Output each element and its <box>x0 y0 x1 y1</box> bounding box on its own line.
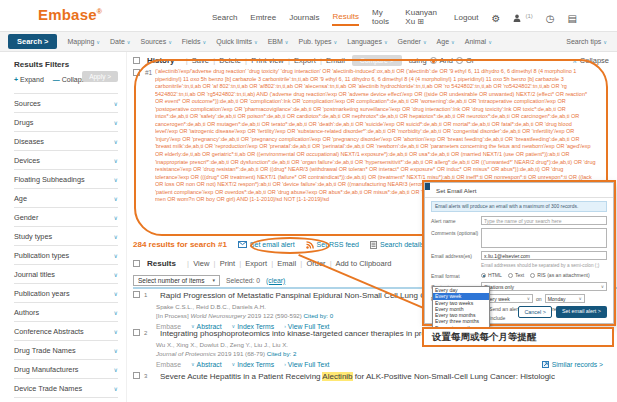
filter-section[interactable]: Publication years∨ <box>14 283 118 302</box>
menu-languages[interactable]: Languages∨ <box>347 38 387 45</box>
results-filters-sidebar: Results Filters + Expand — Collapse all … <box>0 52 127 402</box>
search-row-checkbox[interactable] <box>133 69 140 76</box>
menu-date[interactable]: Date∨ <box>110 38 130 45</box>
alert-name-input[interactable] <box>481 216 607 225</box>
envelope-icon <box>238 241 247 248</box>
email-address-input[interactable] <box>481 251 607 260</box>
view-full-text-link[interactable]: ›View Full Text <box>284 361 329 368</box>
search-button[interactable]: Search > <box>8 34 57 49</box>
apply-filters-button-top[interactable]: Apply > <box>82 71 118 82</box>
expand-link[interactable]: + Expand <box>14 76 44 83</box>
menu-quick-limits[interactable]: Quick limits∨ <box>216 38 257 45</box>
menu-pub-types[interactable]: Pub. types∨ <box>299 38 338 45</box>
search-tips-link[interactable]: Search tips∨ <box>566 38 607 45</box>
history-checkbox[interactable] <box>133 57 140 64</box>
filter-section[interactable]: Age∨ <box>14 188 118 207</box>
result-checkbox[interactable] <box>133 291 140 298</box>
format-radio-option[interactable]: RIS (as an attachment) <box>530 272 589 278</box>
user-alert-icon[interactable] <box>513 14 521 24</box>
results-action-link[interactable]: Print <box>209 259 235 268</box>
include-label: Include <box>489 315 505 321</box>
comments-textarea[interactable] <box>481 228 607 248</box>
menu-fields[interactable]: Fields∨ <box>182 38 206 45</box>
chevron-down-icon: ∨ <box>114 309 118 316</box>
filter-section[interactable]: Journal titles∨ <box>14 264 118 283</box>
result-checkbox[interactable] <box>133 372 140 379</box>
results-action-link[interactable]: Order <box>296 259 325 268</box>
format-radio-option[interactable]: Text <box>508 272 524 278</box>
results-select-all-checkbox[interactable] <box>133 260 140 267</box>
radio-icon[interactable] <box>481 273 486 278</box>
history-actions: SaveDeletePrint viewExportEmail <box>182 56 345 65</box>
menu-ebm[interactable]: EBM∨ <box>268 38 289 45</box>
results-action-link[interactable]: Export <box>235 259 267 268</box>
similar-records-link[interactable]: Similar records > <box>542 361 603 368</box>
email-format-label: Email format <box>431 271 481 279</box>
filter-section[interactable]: Device Trade Names∨ <box>14 378 118 397</box>
nav-search[interactable]: Search <box>212 13 237 25</box>
user-name[interactable]: Kuanyan Xu ⊞ <box>405 8 441 29</box>
result-checkbox[interactable] <box>133 329 140 336</box>
and-radio[interactable] <box>430 57 437 64</box>
filter-section[interactable]: Devices∨ <box>14 150 118 169</box>
or-radio[interactable] <box>456 57 463 64</box>
filter-section[interactable]: Authors∨ <box>14 302 118 321</box>
grid-icon[interactable]: ▤ <box>568 14 577 24</box>
history-action-link[interactable]: Save <box>182 56 209 65</box>
filter-section[interactable]: Drug Trade Names∨ <box>14 340 118 359</box>
select-number-dropdown[interactable]: Select number of items▾ <box>133 275 220 286</box>
history-action-link[interactable]: Export <box>284 56 316 65</box>
menu-animal[interactable]: Animal∨ <box>465 38 492 45</box>
filter-section[interactable]: Drug Manufacturers∨ <box>14 359 118 378</box>
filter-section[interactable]: Floating Subheadings∨ <box>14 169 118 188</box>
results-action-link[interactable]: View <box>183 259 209 268</box>
chevron-down-icon: ∨ <box>114 366 118 373</box>
history-action-link[interactable]: Delete <box>209 56 241 65</box>
set-rss-feed-link[interactable]: Set RSS feed <box>306 241 359 249</box>
plus-icon: + <box>14 76 18 83</box>
filter-section[interactable]: Diseases∨ <box>14 131 118 150</box>
set-email-alert-link[interactable]: Set email alert <box>238 241 295 248</box>
gear-icon[interactable]: ⚙ <box>492 14 501 24</box>
abstract-toggle[interactable]: ∨Abstract <box>191 361 222 368</box>
result-title[interactable]: Rapid Progression of Metastatic Panspina… <box>160 291 465 300</box>
menu-gender[interactable]: Gender∨ <box>398 38 427 45</box>
history-action-link[interactable]: Email <box>316 56 345 65</box>
embase-logo: Embase® <box>38 6 102 23</box>
nav-my-tools[interactable]: My tools <box>372 8 392 29</box>
compare-button[interactable]: Compare > <box>352 55 402 66</box>
filter-section[interactable]: Sources∨ <box>14 93 118 112</box>
filter-section[interactable]: Drugs∨ <box>14 112 118 131</box>
chevron-down-icon: ∨ <box>114 385 118 392</box>
radio-icon[interactable] <box>508 273 513 278</box>
search-details-link[interactable]: Search details <box>370 241 424 249</box>
history-action-link[interactable]: Print view <box>241 56 284 65</box>
clear-selection-link[interactable]: (clear) <box>266 277 285 284</box>
menu-age[interactable]: Age∨ <box>437 38 455 45</box>
logout-link[interactable]: Logout <box>454 13 478 25</box>
nav-journals[interactable]: Journals <box>289 13 319 25</box>
nav-emtree[interactable]: Emtree <box>250 13 276 25</box>
nav-results[interactable]: Results <box>332 12 359 26</box>
cancel-button[interactable]: Cancel > <box>518 306 551 318</box>
results-action-link[interactable]: Email <box>267 259 296 268</box>
radio-icon[interactable] <box>530 273 535 278</box>
menu-sources[interactable]: Sources∨ <box>140 38 171 45</box>
collapse-history-link[interactable]: ∧Collapse <box>572 56 609 65</box>
content-select[interactable]: Citations only∨ <box>481 282 607 291</box>
results-action-link[interactable]: Add to Clipboard <box>326 259 392 268</box>
filter-section[interactable]: Conference Abstracts∨ <box>14 321 118 340</box>
cited-by-link[interactable]: Cited by: 2 <box>267 350 297 357</box>
result-title[interactable]: Severe Acute Hepatitis in a Patient Rece… <box>160 372 555 381</box>
filter-section[interactable]: Study types∨ <box>14 226 118 245</box>
clock-icon[interactable]: ◷ <box>546 14 555 24</box>
set-email-alert-button[interactable]: Set email alert > <box>556 306 607 318</box>
filter-section[interactable]: Publication types∨ <box>14 245 118 264</box>
day-select[interactable]: Monday∨ <box>545 294 585 303</box>
menu-mapping[interactable]: Mapping∨ <box>67 38 100 45</box>
format-radio-option[interactable]: HTML <box>481 272 502 278</box>
index-terms-toggle[interactable]: ∨Index Terms <box>232 361 275 368</box>
cited-by-link[interactable]: Cited by: 0 <box>304 312 334 319</box>
filter-section[interactable]: Gender∨ <box>14 207 118 226</box>
filter-section[interactable]: Device Manufacturers∨ <box>14 397 118 402</box>
